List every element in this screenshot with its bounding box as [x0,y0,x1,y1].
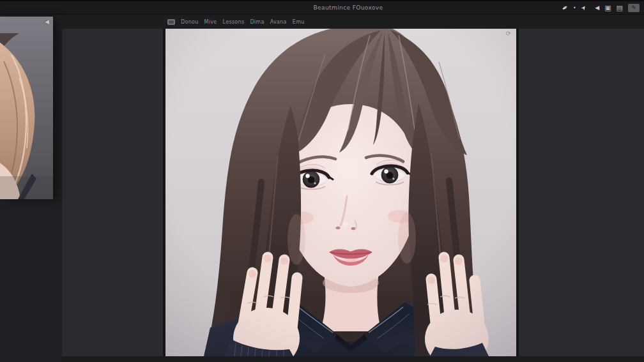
compose-button[interactable]: ✎ [628,4,640,12]
app-window: Beautmince FOuoxove ✒ • ➤ ◀ ▣ ▤ ✎ [0,0,644,362]
viewer-toolbar: Donou Mive Lessons Dima Avana Emu [62,15,644,29]
image-corner-badge[interactable]: ⟳ [506,31,511,37]
menu-badge-icon[interactable] [167,19,175,25]
notes-icon[interactable]: ▤ [617,4,623,11]
gallery-icon[interactable]: ▣ [604,4,611,11]
main-image[interactable]: ⟳ [165,29,516,356]
menu-item-6[interactable]: Emu [293,19,305,25]
menu-item-3[interactable]: Lessons [223,19,245,25]
compose-icon: ✎ [631,5,636,11]
image-frame: ⟳ [163,29,519,356]
title-bar: Beautmince FOuoxove ✒ • ➤ ◀ ▣ ▤ ✎ [0,0,644,15]
left-sidebar: ◀ [0,15,62,362]
collapse-panel-button[interactable]: ◀ [45,19,49,25]
menu-item-2[interactable]: Mive [204,19,217,25]
portrait-illustration [165,29,516,356]
pen-icon[interactable]: ✒ [560,3,569,12]
dot-separator-icon: • [573,6,576,11]
send-icon[interactable]: ➤ [580,4,588,11]
titlebar-icon-group: ✒ • ➤ ◀ ▣ ▤ ✎ [562,1,640,15]
menu-item-4[interactable]: Dima [250,19,264,25]
menu-item-5[interactable]: Avana [270,19,287,25]
thumbnail-illustration [0,17,53,199]
menu-item-1[interactable]: Donou [181,19,199,25]
viewer-menu-row: Donou Mive Lessons Dima Avana Emu [167,15,305,29]
back-icon[interactable]: ◀ [595,5,599,11]
bottom-strip [62,356,644,362]
window-title: Beautmince FOuoxove [314,4,383,11]
previous-image-thumbnail[interactable] [0,17,53,199]
